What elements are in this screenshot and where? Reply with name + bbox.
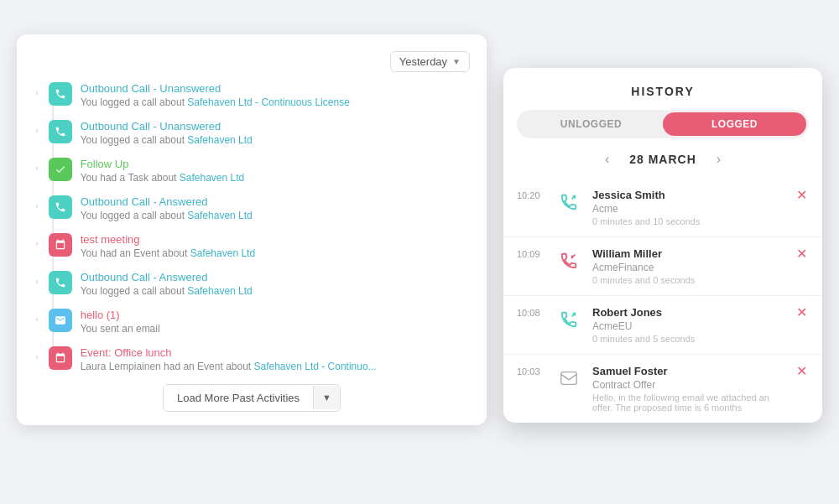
load-more-button[interactable]: Load More Past Activities ▼ [163,384,341,412]
item-title: Outbound Call - Unanswered [81,82,470,95]
history-name: William Miller [592,247,784,260]
item-link[interactable]: Safehaven Ltd [187,210,252,221]
phone-icon-box [49,195,72,219]
history-company: AcmeFinance [592,262,784,273]
timeline: › Outbound Call - Unanswered You logged … [34,82,470,372]
chevron-right-icon[interactable]: › [34,312,40,325]
phone-icon-box [49,82,72,106]
chevron-down-icon: ▼ [452,57,461,66]
history-item: 10:09 William Miller AcmeFinance 0 minut… [503,237,822,296]
tab-logged[interactable]: LOGGED [663,112,806,136]
item-content: Outbound Call - Answered You logged a ca… [81,271,470,297]
close-icon[interactable]: ✕ [795,306,809,320]
history-info: Samuel Foster Contract Offer Hello, in t… [592,365,784,413]
history-company: Contract Offer [592,379,784,391]
item-desc: You sent an email [81,323,470,335]
item-content: Follow Up You had a Task about Safehaven… [81,158,470,184]
timeline-item: › test meeting You had an Event about Sa… [34,233,470,259]
outbound-call-icon [555,306,582,333]
calendar-icon-box [49,346,72,370]
history-info: Robert Jones AcmeEU 0 minutes and 5 seco… [592,306,784,344]
history-panel: HISTORY UNLOGGED LOGGED ‹ 28 MARCH › 10:… [503,68,822,423]
tab-unlogged[interactable]: UNLOGGED [519,112,663,136]
history-item: 10:03 Samuel Foster Contract Offer Hello… [503,355,822,423]
item-content: test meeting You had an Event about Safe… [81,233,470,259]
item-desc: You logged a call about Safehaven Ltd - … [81,96,470,108]
email-icon-box [49,309,72,332]
item-title: test meeting [81,233,470,246]
inbound-call-icon [555,247,582,274]
history-title: HISTORY [503,85,822,98]
item-title: hello (1) [81,309,470,321]
item-desc: You logged a call about Safehaven Ltd [81,134,470,146]
item-desc: You had an Event about Safehaven Ltd [81,247,470,259]
item-content: Outbound Call - Answered You logged a ca… [81,195,470,221]
history-time: 10:08 [517,308,545,318]
chevron-right-icon[interactable]: › [34,199,40,212]
date-label: 28 MARCH [629,153,696,166]
yesterday-dropdown[interactable]: Yesterday ▼ [390,51,470,72]
activity-header: Yesterday ▼ [34,51,470,72]
history-name: Robert Jones [592,306,784,319]
load-more-section: Load More Past Activities ▼ [34,384,470,412]
item-content: Event: Office lunch Laura Lempiainen had… [81,346,470,372]
item-desc: You logged a call about Safehaven Ltd [81,210,470,221]
item-link[interactable]: Safehaven Ltd [187,285,252,297]
dropdown-label: Yesterday [399,55,447,68]
chevron-right-icon[interactable]: › [34,236,40,250]
item-title: Outbound Call - Answered [81,271,470,283]
item-content: Outbound Call - Unanswered You logged a … [81,120,470,146]
close-icon[interactable]: ✕ [795,189,809,202]
task-icon-box [49,158,72,181]
history-company: Acme [592,203,784,215]
prev-date-button[interactable]: ‹ [602,152,612,167]
item-desc: Laura Lempiainen had an Event about Safe… [81,361,470,372]
load-more-label[interactable]: Load More Past Activities [164,385,313,411]
next-date-button[interactable]: › [713,152,724,167]
activity-panel: Yesterday ▼ › Outbound Call - Unanswered… [17,34,487,425]
close-icon[interactable]: ✕ [795,247,809,261]
item-content: hello (1) You sent an email [81,309,470,335]
timeline-item: › Follow Up You had a Task about Safehav… [34,158,470,184]
history-info: William Miller AcmeFinance 0 minutes and… [592,247,784,285]
chevron-right-icon[interactable]: › [34,161,40,174]
item-title: Outbound Call - Answered [81,195,470,208]
item-link[interactable]: Safehaven Ltd [180,172,244,184]
history-item: 10:20 Jessica Smith Acme 0 minutes and 1… [503,179,822,237]
email-icon [555,365,582,392]
chevron-right-icon[interactable]: › [34,86,40,99]
item-desc: You logged a call about Safehaven Ltd [81,285,470,297]
item-title: Follow Up [81,158,470,170]
phone-icon-box [49,120,72,143]
history-name: Samuel Foster [592,365,784,377]
chevron-right-icon[interactable]: › [34,123,40,137]
history-duration: 0 minutes and 0 seconds [592,275,784,285]
chevron-down-icon[interactable]: ▼ [313,386,340,409]
timeline-item: › Outbound Call - Unanswered You logged … [34,82,470,108]
history-company: AcmeEU [592,320,784,332]
item-link[interactable]: Safehaven Ltd - Continuo... [254,361,377,372]
item-title: Event: Office lunch [81,346,470,359]
chevron-right-icon[interactable]: › [34,274,40,288]
history-duration: Hello, in the following email we attache… [592,392,784,413]
item-link[interactable]: Safehaven Ltd [190,247,255,259]
timeline-item: › Event: Office lunch Laura Lempiainen h… [34,346,470,372]
item-link[interactable]: Safehaven Ltd [187,134,252,146]
calendar-icon-box [49,233,72,257]
close-icon[interactable]: ✕ [795,365,809,378]
outbound-call-icon [555,189,582,216]
svg-rect-3 [561,372,576,384]
history-item: 10:08 Robert Jones AcmeEU 0 minutes and … [503,296,822,355]
item-link[interactable]: Safehaven Ltd - Continuous License [187,96,349,108]
history-name: Jessica Smith [592,189,784,201]
tab-bar: UNLOGGED LOGGED [517,110,809,138]
phone-icon-box [49,271,72,294]
date-nav: ‹ 28 MARCH › [503,152,822,167]
timeline-item: › Outbound Call - Answered You logged a … [34,195,470,221]
history-duration: 0 minutes and 10 seconds [592,216,784,226]
history-time: 10:20 [517,190,545,200]
chevron-right-icon[interactable]: › [34,350,40,363]
history-info: Jessica Smith Acme 0 minutes and 10 seco… [592,189,784,226]
item-title: Outbound Call - Unanswered [81,120,470,132]
history-duration: 0 minutes and 5 seconds [592,334,784,344]
